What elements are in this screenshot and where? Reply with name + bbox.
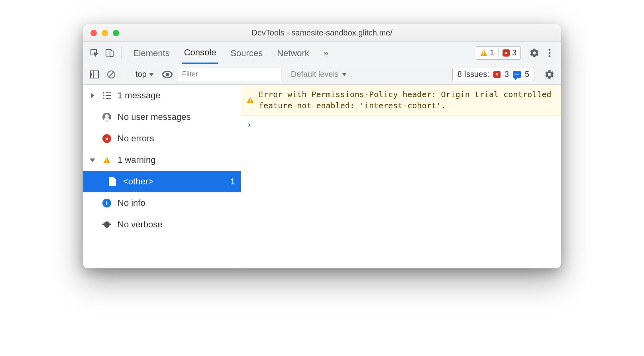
console-warning-message[interactable]: Error with Permissions-Policy header: Or… [241,85,561,115]
live-expression-icon[interactable] [161,68,174,81]
toggle-sidebar-icon[interactable] [88,68,101,81]
svg-rect-2 [110,51,113,57]
chevron-right-icon: › [247,119,252,129]
bug-icon [102,220,112,229]
devtools-window: DevTools - samesite-sandbox.glitch.me/ E… [83,24,561,268]
svg-point-3 [549,49,551,51]
svg-point-4 [549,52,551,54]
console-output: Error with Permissions-Policy header: Or… [241,85,561,268]
more-menu-icon[interactable] [543,47,556,59]
console-prompt[interactable]: › [241,115,561,133]
warnings-count: 1 [490,48,494,57]
sidebar-item-verbose[interactable]: No verbose [83,214,241,235]
settings-icon[interactable] [528,47,541,59]
errors-warnings-badge[interactable]: 1 × 3 [476,46,521,60]
sidebar-count: 1 [230,176,235,187]
warning-icon [480,50,487,56]
console-toolbar: top Default levels 8 Issues: × 3 5 [83,64,561,85]
sidebar-item-errors[interactable]: × No errors [83,128,241,149]
sidebar-item-messages[interactable]: 1 message [83,85,241,106]
clear-console-icon[interactable] [105,68,118,81]
traffic-lights [90,30,119,36]
tab-network[interactable]: Network [275,43,312,63]
sidebar-label: No info [118,198,145,208]
console-settings-icon[interactable] [543,68,556,81]
issues-messages-count: 5 [525,70,529,79]
warning-text: Error with Permissions-Policy header: Or… [259,89,555,111]
errors-count: 3 [512,48,516,57]
sidebar-item-warnings[interactable]: 1 warning [83,149,241,171]
tabs-overflow[interactable]: » [321,43,331,63]
sidebar-item-user-messages[interactable]: No user messages [83,106,241,128]
caret-right-icon [91,93,94,98]
sidebar-label: No verbose [118,219,163,230]
warning-icon [247,89,254,111]
sidebar-item-info[interactable]: i No info [83,192,241,214]
dropdown-arrow-icon [342,73,347,76]
sidebar-label: 1 warning [118,155,155,165]
close-window-button[interactable] [90,30,97,36]
log-levels-selector[interactable]: Default levels [291,70,347,79]
sidebar-label: No user messages [118,112,190,122]
levels-label: Default levels [291,70,339,79]
info-circle-icon: i [102,199,112,207]
main-toolbar: Elements Console Sources Network » 1 × 3 [83,42,561,64]
sidebar-label: 1 message [118,90,161,101]
error-icon: × [503,49,510,57]
device-toolbar-icon[interactable] [103,47,116,59]
dropdown-arrow-icon [149,73,154,76]
divider [122,47,122,59]
maximize-window-button[interactable] [113,30,119,36]
minimize-window-button[interactable] [102,30,108,36]
svg-point-5 [549,55,551,57]
file-icon [107,177,118,186]
console-sidebar: 1 message No user messages × No errors 1… [83,85,241,268]
sidebar-label: No errors [118,133,154,144]
window-title: DevTools - samesite-sandbox.glitch.me/ [83,28,561,37]
titlebar: DevTools - samesite-sandbox.glitch.me/ [83,24,561,42]
console-body: 1 message No user messages × No errors 1… [83,85,561,268]
error-circle-icon: × [102,134,112,143]
user-icon [102,113,112,121]
divider [125,68,125,80]
context-selector[interactable]: top [132,68,157,80]
error-icon: × [493,71,501,78]
issues-label: 8 Issues: [457,70,489,79]
issues-errors-count: 3 [505,70,509,79]
warning-icon [102,157,112,163]
sidebar-item-other[interactable]: <other> 1 [83,171,241,192]
svg-line-9 [109,72,114,77]
inspect-element-icon[interactable] [88,47,101,59]
tab-sources[interactable]: Sources [228,43,265,63]
tab-elements[interactable]: Elements [131,43,172,63]
issues-button[interactable]: 8 Issues: × 3 5 [452,68,534,81]
tab-console[interactable]: Console [182,42,219,64]
filter-input[interactable] [178,68,281,81]
caret-down-icon [90,158,95,162]
sidebar-label: <other> [123,176,153,187]
context-label: top [135,70,147,79]
list-icon [102,92,112,99]
message-icon [513,71,521,78]
panel-tabs: Elements Console Sources Network » [131,42,331,64]
